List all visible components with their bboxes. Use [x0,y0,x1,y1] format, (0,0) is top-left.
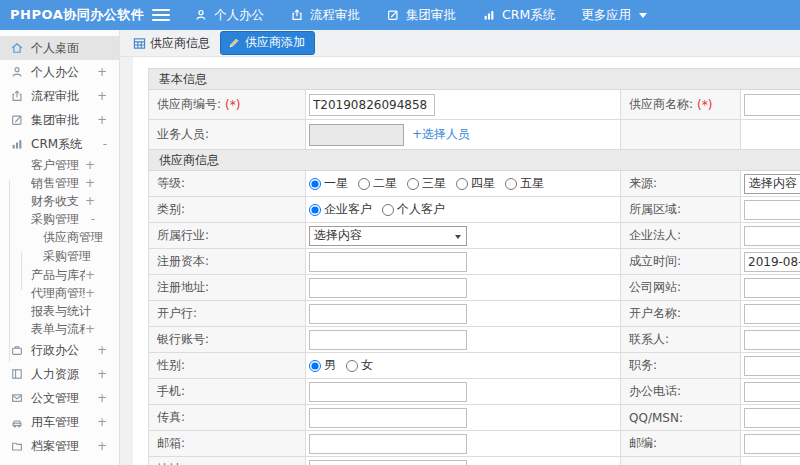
zip-input[interactable] [744,434,800,454]
gender-radio-female[interactable]: 女 [346,357,373,374]
sidebar-item-label: 采购管理 [43,248,107,265]
sidebar-item-sales-mgmt[interactable]: 销售管理 + [0,174,119,192]
level-radio-2star[interactable]: 二星 [358,175,397,192]
tab-label: 供应商信息 [150,35,210,52]
mobile-input[interactable] [309,382,467,402]
sidebar-item-workflow-approval[interactable]: 流程审批 + [0,84,119,108]
topnav-more-apps[interactable]: 更多应用 [581,7,647,24]
sidebar-item-purchasing[interactable]: 采购管理 [0,247,119,266]
email-input[interactable] [309,434,467,454]
choose-staff-link[interactable]: +选择人员 [412,126,470,143]
bank-label: 开户行: [157,305,197,322]
sidebar-item-reports-stats[interactable]: 报表与统计 [0,302,119,320]
form-row: 业务人员: +选择人员 [148,120,800,150]
sidebar-item-label: 采购管理 [31,211,91,228]
reg-address-input[interactable] [309,278,467,298]
bank-input[interactable] [309,304,467,324]
topnav-crm-system[interactable]: CRM系统 [482,7,555,24]
tab-supplier-add[interactable]: 供应商添加 [220,31,315,55]
upload-icon [10,89,24,103]
table-icon [133,37,146,50]
sidebar-item-vehicle-mgmt[interactable]: 用车管理 + [0,410,119,434]
sidebar-item-finance[interactable]: 财务收支 + [0,192,119,210]
sidebar-item-crm-system[interactable]: CRM系统 - [0,132,119,156]
staff-label: 业务人员: [157,126,209,143]
office-phone-label: 办公电话: [629,383,681,400]
category-radio-enterprise[interactable]: 企业客户 [309,201,372,218]
sidebar-item-personal-office[interactable]: 个人办公 + [0,60,119,84]
briefcase-icon [10,343,24,357]
industry-select[interactable]: 选择内容 [309,226,467,246]
level-radio-3star[interactable]: 三星 [407,175,446,192]
staff-input[interactable] [309,124,404,146]
collapse-indicator: - [91,212,95,226]
expand-indicator: + [85,286,95,300]
sidebar-item-document-mgmt[interactable]: 公文管理 + [0,386,119,410]
sidebar-item-label: 公文管理 [31,390,97,407]
contact-input[interactable] [744,330,800,350]
app-window: PHPOA协同办公软件 个人办公 流程审批 集团审批 CRM系统 更多应用 [0,0,800,465]
position-input[interactable] [744,356,800,376]
sidebar: 个人桌面 个人办公 + 流程审批 + 集团审批 + CRM系统 - 客户管理 + [0,30,120,465]
category-radio-personal[interactable]: 个人客户 [382,201,445,218]
bank-account-input[interactable] [309,330,467,350]
bar-chart-icon [482,8,496,22]
top-navbar: PHPOA协同办公软件 个人办公 流程审批 集团审批 CRM系统 更多应用 [0,0,800,30]
reg-address-label: 注册地址: [157,279,209,296]
source-label: 来源: [629,175,657,192]
supplier-name-input[interactable] [744,94,800,116]
form-row: 供应商编号: (*) 供应商名称: (*) [148,90,800,120]
sidebar-item-label: 个人桌面 [31,40,107,57]
gender-radio-male[interactable]: 男 [309,357,336,374]
sidebar-item-label: 财务收支 [31,193,85,210]
sidebar-item-purchase-mgmt[interactable]: 采购管理 - [0,210,119,228]
category-radio-group: 企业客户 个人客户 [306,197,621,222]
sidebar-item-form-workflow-settings[interactable]: 表单与流程设置 + [0,320,119,338]
sidebar-item-customer-mgmt[interactable]: 客户管理 + [0,156,119,174]
sidebar-item-hr[interactable]: 人力资源 + [0,362,119,386]
sidebar-item-label: 代理商管理 [31,285,85,302]
level-radio-5star[interactable]: 五星 [505,175,544,192]
source-select[interactable]: 选择内容 [744,174,800,194]
sidebar-item-products-inventory[interactable]: 产品与库存 + [0,266,119,284]
topnav-label: 个人办公 [214,7,264,24]
tab-supplier-info[interactable]: 供应商信息 [133,35,210,52]
expand-indicator: + [97,343,107,357]
level-radio-1star[interactable]: 一星 [309,175,348,192]
reg-capital-input[interactable] [309,252,467,272]
topnav-label: 更多应用 [581,7,631,24]
level-radio-4star[interactable]: 四星 [456,175,495,192]
upload-icon [290,8,304,22]
form-row: 传真: QQ/MSN: [148,405,800,431]
form-row: 地址: [148,457,800,465]
topnav-workflow-approval[interactable]: 流程审批 [290,7,360,24]
sidebar-item-admin-office[interactable]: 行政办公 + [0,338,119,362]
hamburger-menu-icon[interactable] [152,9,170,21]
qq-msn-input[interactable] [744,408,800,428]
caret-down-icon [455,235,461,239]
sidebar-item-label: 人力资源 [31,366,97,383]
sidebar-item-agent-mgmt[interactable]: 代理商管理 + [0,284,119,302]
gender-radio-group: 男 女 [306,353,621,378]
address-input[interactable] [309,460,467,465]
legal-person-input[interactable] [744,226,800,246]
account-name-input[interactable] [744,304,800,324]
supplier-code-input[interactable] [309,94,435,116]
region-input[interactable] [744,200,800,220]
gender-label: 性别: [157,357,185,374]
office-phone-input[interactable] [744,382,800,402]
expand-indicator: + [97,113,107,127]
expand-indicator: + [85,158,95,172]
website-input[interactable] [744,278,800,298]
position-label: 职务: [629,357,657,374]
collapse-indicator: - [103,137,107,151]
sidebar-item-supplier-mgmt[interactable]: 供应商管理 [0,228,119,247]
topnav-personal-office[interactable]: 个人办公 [194,7,264,24]
fax-input[interactable] [309,408,467,428]
sidebar-item-group-approval[interactable]: 集团审批 + [0,108,119,132]
expand-indicator: + [97,65,107,79]
sidebar-item-archive-mgmt[interactable]: 档案管理 + [0,434,119,458]
sidebar-item-personal-desktop[interactable]: 个人桌面 [0,36,119,60]
founded-date-input[interactable] [744,252,800,272]
topnav-group-approval[interactable]: 集团审批 [386,7,456,24]
